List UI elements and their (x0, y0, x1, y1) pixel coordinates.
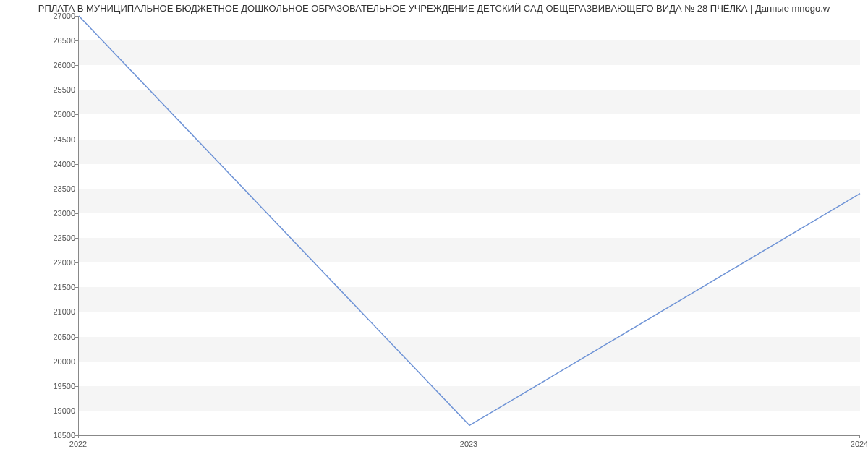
y-tick-mark (75, 140, 78, 140)
y-tick-mark (75, 40, 78, 41)
y-tick-mark (75, 164, 78, 165)
y-tick-mark (75, 114, 78, 115)
line-series (79, 16, 860, 435)
y-tick-mark (75, 90, 78, 90)
y-tick-label: 25500 (39, 85, 75, 94)
chart-area: 1850019000195002000020500210002150022000… (0, 16, 868, 454)
y-tick-label: 22000 (39, 258, 75, 267)
y-tick-mark (75, 16, 78, 17)
y-tick-label: 20000 (39, 357, 75, 366)
x-tick-label: 2023 (460, 440, 477, 448)
y-tick-label: 22500 (39, 234, 75, 242)
y-tick-mark (75, 238, 78, 239)
y-tick-label: 21500 (39, 283, 75, 291)
y-tick-label: 23000 (39, 209, 75, 218)
y-tick-label: 24500 (39, 135, 75, 144)
x-tick-mark (469, 435, 469, 438)
y-tick-mark (75, 386, 78, 387)
y-tick-label: 23500 (39, 184, 75, 193)
y-tick-label: 19000 (39, 406, 75, 415)
y-tick-label: 26500 (39, 36, 75, 45)
x-tick-label: 2024 (851, 440, 868, 448)
y-tick-mark (75, 189, 78, 189)
y-tick-label: 26000 (39, 61, 75, 69)
y-tick-mark (75, 262, 78, 263)
y-tick-label: 21000 (39, 307, 75, 316)
y-tick-mark (75, 362, 78, 362)
x-tick-label: 2022 (69, 440, 87, 448)
x-tick-mark (78, 435, 79, 438)
y-tick-label: 25000 (39, 110, 75, 119)
x-tick-mark (859, 435, 860, 438)
y-tick-mark (75, 65, 78, 66)
plot-area (78, 16, 860, 436)
y-tick-label: 27000 (39, 12, 75, 20)
y-tick-label: 24000 (39, 160, 75, 168)
y-tick-label: 19500 (39, 382, 75, 390)
y-tick-mark (75, 337, 78, 338)
y-tick-mark (75, 213, 78, 214)
y-tick-label: 18500 (39, 431, 75, 440)
chart-title: РПЛАТА В МУНИЦИПАЛЬНОЕ БЮДЖЕТНОЕ ДОШКОЛЬ… (0, 0, 868, 15)
y-tick-label: 20500 (39, 333, 75, 341)
y-tick-mark (75, 411, 78, 411)
y-tick-mark (75, 312, 78, 312)
y-tick-mark (75, 287, 78, 288)
